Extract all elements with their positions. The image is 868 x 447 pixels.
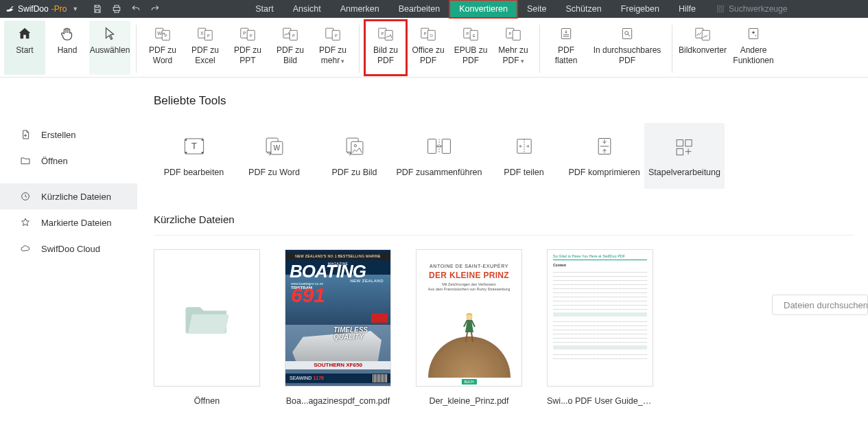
recent-file-card[interactable]: ANTOINE DE SAINT-EXUPÉRY DER KLEINE PRIN…	[416, 249, 522, 406]
menu-edit[interactable]: Bearbeiten	[389, 0, 449, 18]
app-logo[interactable]: SwifDoo-Pro ▼	[0, 4, 84, 14]
svg-text:W: W	[273, 144, 280, 152]
ribbon-office-label: Office zu PDF	[408, 45, 449, 66]
file-name-label: Der_kleine_Prinz.pdf	[416, 396, 522, 406]
hand-icon	[60, 25, 75, 43]
excel-icon: XP	[198, 25, 213, 43]
open-folder-thumb	[154, 249, 260, 387]
ribbon-image-converter-button[interactable]: Bildkonverter	[678, 21, 727, 75]
ribbon-image-to-pdf-button[interactable]: P Bild zu PDF	[365, 21, 406, 75]
ribbon-to-image-label: PDF zu Bild	[270, 45, 311, 66]
svg-text:P: P	[508, 32, 511, 36]
svg-rect-59	[677, 140, 683, 146]
tool-merge-pdf[interactable]: PDF zusammenführen	[395, 123, 484, 189]
redo-icon[interactable]	[147, 1, 163, 16]
ribbon-pdf-to-word-button[interactable]: WP PDF zu Word	[142, 21, 183, 75]
print-icon[interactable]	[108, 1, 125, 16]
ribbon-pdf-to-excel-button[interactable]: XP PDF zu Excel	[185, 21, 226, 75]
sidebar-item-create[interactable]: Erstellen	[0, 122, 137, 148]
ribbon-to-ppt-label: PDF zu PPT	[227, 45, 268, 66]
file-thumbnail: So Glad to Have You Here at SwifDoo PDF …	[547, 249, 653, 387]
ribbon-to-more-label: PDF zu mehr▾	[312, 45, 353, 66]
chevron-down-icon: ▾	[341, 58, 344, 65]
undo-icon[interactable]	[128, 1, 144, 16]
separator	[359, 25, 360, 73]
new-file-icon	[19, 129, 32, 140]
sidebar-item-open[interactable]: Öffnen	[0, 148, 137, 174]
ribbon-flatten-button[interactable]: PDF flatten	[546, 21, 587, 75]
menu-page[interactable]: Seite	[517, 0, 556, 18]
ribbon-office-to-pdf-button[interactable]: PO Office zu PDF	[408, 21, 449, 75]
ribbon-img-to-pdf-label: Bild zu PDF	[365, 45, 406, 66]
tool-label: Stapelverarbeitung	[648, 168, 720, 177]
sparkle-icon	[747, 25, 760, 43]
menu-view[interactable]: Ansicht	[283, 0, 331, 18]
tool-label: PDF zu Word	[248, 168, 300, 177]
svg-text:P: P	[423, 32, 426, 36]
tool-batch-processing[interactable]: Stapelverarbeitung	[644, 123, 725, 189]
separator	[539, 25, 540, 73]
image-convert-icon	[343, 135, 366, 158]
ribbon-to-excel-label: PDF zu Excel	[185, 45, 226, 66]
sidebar: Erstellen Öffnen Kürzliche Dateien Marki…	[0, 78, 137, 447]
menu-start[interactable]: Start	[246, 0, 283, 18]
svg-text:O: O	[430, 34, 434, 38]
open-folder-card[interactable]: Öffnen	[154, 249, 260, 406]
menu-protect[interactable]: Schützen	[556, 0, 611, 18]
tool-edit-pdf[interactable]: T PDF bearbeiten	[154, 123, 234, 189]
menu-convert[interactable]: Konvertieren	[449, 0, 517, 18]
chevron-down-icon[interactable]: ▼	[72, 5, 78, 12]
ribbon-more-to-pdf-label: Mehr zu PDF▾	[493, 45, 534, 66]
sidebar-item-cloud[interactable]: SwifDoo Cloud	[0, 236, 137, 262]
ribbon-home-button[interactable]: Start	[4, 21, 45, 75]
recent-files-title: Kürzliche Dateien	[154, 214, 854, 225]
svg-rect-55	[428, 139, 436, 154]
titlebar: SwifDoo-Pro ▼ Start Ansicht Anmerken Bea…	[0, 0, 868, 18]
ribbon-epub-to-pdf-button[interactable]: PE EPUB zu PDF	[450, 21, 491, 75]
office-to-pdf-icon: PO	[421, 25, 436, 43]
cursor-icon	[102, 25, 117, 43]
separator	[136, 25, 137, 73]
svg-rect-60	[685, 140, 691, 146]
popular-tools-row: T PDF bearbeiten W PDF zu Word PDF zu Bi…	[154, 123, 854, 189]
ribbon-more-to-pdf-button[interactable]: P Mehr zu PDF▾	[493, 21, 534, 75]
search-tools-placeholder: Suchwerkzeuge	[729, 4, 787, 14]
tool-label: PDF teilen	[504, 168, 543, 177]
svg-rect-40	[702, 30, 709, 40]
ribbon-select-button[interactable]: Auswählen	[89, 21, 130, 75]
sidebar-item-marked[interactable]: Markierte Dateien	[0, 209, 137, 236]
tool-pdf-to-word[interactable]: W PDF zu Word	[234, 123, 314, 189]
svg-rect-0	[717, 6, 720, 9]
save-icon[interactable]	[89, 1, 106, 16]
star-icon	[19, 217, 32, 228]
menu-help[interactable]: Hilfe	[669, 0, 705, 18]
ribbon-other-functions-button[interactable]: Andere Funktionen	[729, 21, 778, 75]
search-tools[interactable]: Suchwerkzeuge	[716, 4, 787, 14]
ribbon-hand-label: Hand	[56, 45, 79, 56]
svg-text:W: W	[157, 31, 161, 36]
svg-text:P: P	[292, 34, 295, 38]
recent-file-card[interactable]: NEW ZEALAND'S NO.1 BESTSELLING MARINE MA…	[285, 249, 391, 406]
ribbon-pdf-to-more-button[interactable]: P PDF zu mehr▾	[312, 21, 353, 75]
sidebar-item-recent[interactable]: Kürzliche Dateien	[0, 183, 137, 209]
file-search-input[interactable]: Dateien durchsuchen	[772, 295, 868, 315]
tool-compress-pdf[interactable]: PDF komprimieren	[564, 123, 644, 189]
ribbon-searchable-label: In durchsuchbares PDF	[588, 45, 666, 66]
ribbon-pdf-to-ppt-button[interactable]: PP PDF zu PPT	[227, 21, 268, 75]
ribbon-home-label: Start	[14, 45, 34, 56]
tool-split-pdf[interactable]: PDF teilen	[484, 123, 564, 189]
menu-annotate[interactable]: Anmerken	[331, 0, 389, 18]
sidebar-marked-label: Markierte Dateien	[41, 218, 112, 228]
svg-text:P: P	[381, 32, 384, 36]
recent-file-card[interactable]: So Glad to Have You Here at SwifDoo PDF …	[547, 249, 653, 406]
ribbon-searchable-button[interactable]: In durchsuchbares PDF	[588, 21, 666, 75]
ribbon-pdf-to-image-button[interactable]: P PDF zu Bild	[270, 21, 311, 75]
svg-text:P: P	[335, 34, 338, 38]
tool-pdf-to-image[interactable]: PDF zu Bild	[314, 123, 395, 189]
menu-share[interactable]: Freigeben	[611, 0, 669, 18]
popular-tools-title: Beliebte Tools	[154, 94, 854, 108]
svg-text:P: P	[466, 32, 469, 36]
quick-access	[89, 1, 163, 16]
sidebar-cloud-label: SwifDoo Cloud	[41, 244, 100, 254]
ribbon-hand-button[interactable]: Hand	[47, 21, 88, 75]
